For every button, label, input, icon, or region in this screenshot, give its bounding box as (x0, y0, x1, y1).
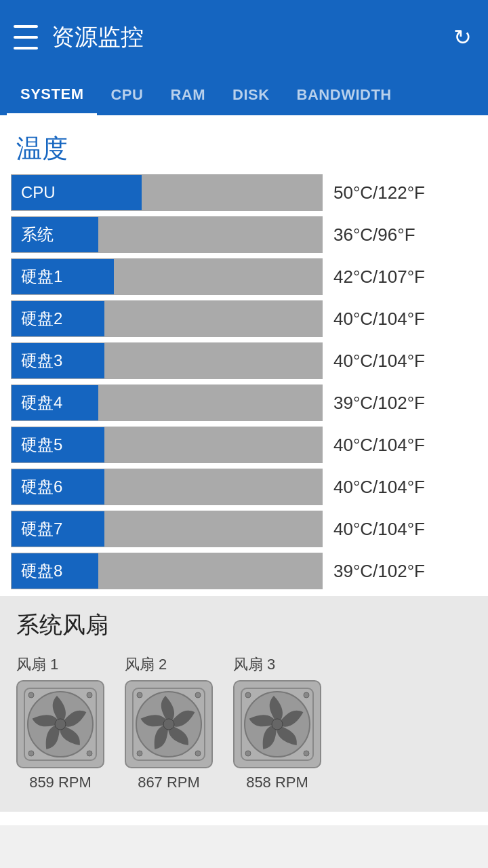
menu-icon[interactable] (14, 25, 38, 50)
temp-bar-rest (104, 511, 322, 547)
svg-point-3 (28, 692, 34, 698)
temp-row: 硬盘5 40°C/104°F (11, 427, 477, 463)
temp-bar-container: 硬盘3 (11, 342, 323, 379)
svg-point-17 (245, 692, 251, 698)
temp-bar-fill: 硬盘5 (12, 427, 104, 462)
temp-bar-rest (114, 259, 322, 294)
svg-point-20 (304, 751, 309, 756)
svg-point-16 (272, 719, 283, 730)
svg-point-12 (137, 751, 142, 756)
tab-cpu[interactable]: CPU (97, 75, 157, 115)
temp-bar-container: 硬盘4 (11, 384, 323, 421)
temp-value: 39°C/102°F (333, 561, 469, 582)
fan-rpm: 859 RPM (29, 774, 92, 791)
fan-label: 风扇 2 (125, 654, 167, 675)
temp-bar-container: CPU (11, 174, 323, 211)
fan-icon (125, 680, 213, 768)
temp-row: 硬盘1 42°C/107°F (11, 258, 477, 295)
temp-row: 硬盘6 40°C/104°F (11, 469, 477, 505)
temp-value: 40°C/104°F (333, 351, 469, 372)
temp-value: 39°C/102°F (333, 393, 469, 414)
temp-bar-fill: 硬盘3 (12, 343, 104, 378)
temp-bar-rest (98, 217, 322, 252)
svg-point-6 (87, 751, 92, 756)
main-content: 温度 CPU 50°C/122°F 系统 36°C/96°F 硬盘1 42°C/… (0, 115, 488, 825)
svg-point-18 (304, 692, 309, 698)
temp-bar-container: 硬盘1 (11, 258, 323, 295)
header: 资源监控 ↻ (0, 0, 488, 75)
temp-bar-container: 硬盘5 (11, 427, 323, 463)
refresh-icon[interactable]: ↻ (450, 25, 474, 50)
svg-point-4 (87, 692, 92, 698)
temperature-rows: CPU 50°C/122°F 系统 36°C/96°F 硬盘1 42°C/107… (0, 174, 488, 589)
fan-rpm: 858 RPM (246, 774, 308, 791)
temperature-section-title: 温度 (0, 115, 488, 174)
temp-bar-fill: 硬盘2 (12, 301, 104, 336)
svg-point-10 (137, 692, 142, 698)
temp-bar-fill: 硬盘7 (12, 511, 104, 547)
fan-item: 风扇 1 (16, 654, 104, 791)
tab-bar: SYSTEM CPU RAM DISK BANDWIDTH (0, 75, 488, 115)
temp-bar-fill: 硬盘6 (12, 469, 104, 505)
temp-row: 硬盘3 40°C/104°F (11, 342, 477, 379)
temp-bar-rest (104, 427, 322, 462)
temp-value: 40°C/104°F (333, 309, 469, 330)
fan-icon (233, 680, 321, 768)
temp-value: 40°C/104°F (333, 435, 469, 456)
temp-bar-rest (104, 301, 322, 336)
fan-section: 系统风扇 风扇 1 (0, 596, 488, 812)
fans-row: 风扇 1 (16, 654, 472, 791)
tab-ram[interactable]: RAM (157, 75, 219, 115)
temp-value: 50°C/122°F (333, 182, 469, 203)
svg-point-9 (163, 719, 174, 730)
temp-bar-fill: 硬盘8 (12, 553, 98, 589)
temp-value: 40°C/104°F (333, 477, 469, 498)
temp-row: CPU 50°C/122°F (11, 174, 477, 211)
fan-label: 风扇 1 (16, 654, 58, 675)
temp-bar-fill: 硬盘4 (12, 385, 98, 420)
temp-bar-rest (104, 343, 322, 378)
temp-bar-container: 硬盘6 (11, 469, 323, 505)
page-title: 资源监控 (52, 22, 450, 53)
svg-point-5 (28, 751, 34, 756)
svg-point-13 (195, 751, 201, 756)
temp-row: 硬盘2 40°C/104°F (11, 300, 477, 337)
temp-value: 36°C/96°F (333, 224, 469, 245)
temp-bar-container: 系统 (11, 216, 323, 253)
temp-bar-rest (104, 469, 322, 505)
fan-rpm: 867 RPM (138, 774, 200, 791)
temp-bar-fill: 硬盘1 (12, 259, 114, 294)
fan-section-title: 系统风扇 (16, 610, 472, 641)
temp-bar-rest (98, 385, 322, 420)
temp-row: 硬盘8 39°C/102°F (11, 553, 477, 589)
svg-point-2 (55, 719, 66, 730)
tab-disk[interactable]: DISK (219, 75, 283, 115)
temp-row: 硬盘4 39°C/102°F (11, 384, 477, 421)
tab-bandwidth[interactable]: BANDWIDTH (283, 75, 405, 115)
fan-icon (16, 680, 104, 768)
fan-item: 风扇 3 (233, 654, 321, 791)
svg-point-11 (195, 692, 201, 698)
fan-label: 风扇 3 (233, 654, 275, 675)
temp-row: 系统 36°C/96°F (11, 216, 477, 253)
temp-bar-fill: CPU (12, 175, 142, 210)
fan-item: 风扇 2 (125, 654, 213, 791)
tab-system[interactable]: SYSTEM (7, 75, 97, 115)
temp-value: 40°C/104°F (333, 519, 469, 540)
temp-bar-rest (142, 175, 322, 210)
temp-row: 硬盘7 40°C/104°F (11, 511, 477, 547)
temp-bar-container: 硬盘2 (11, 300, 323, 337)
temp-bar-container: 硬盘7 (11, 511, 323, 547)
svg-point-19 (245, 751, 251, 756)
temp-bar-fill: 系统 (12, 217, 98, 252)
temp-bar-rest (98, 553, 322, 589)
temp-bar-container: 硬盘8 (11, 553, 323, 589)
temp-value: 42°C/107°F (333, 267, 469, 288)
